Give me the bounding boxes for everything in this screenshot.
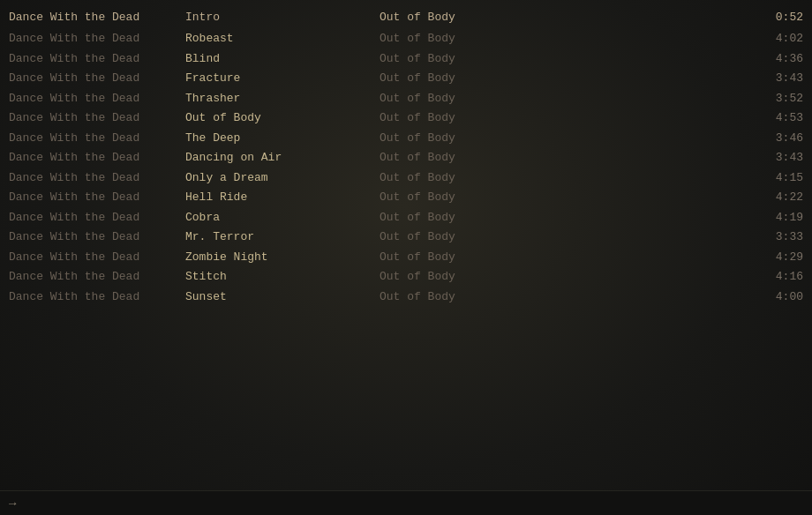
track-album: Out of Body xyxy=(380,189,750,206)
track-album: Out of Body xyxy=(380,228,750,246)
track-row[interactable]: Dance With the DeadHell RideOut of Body4… xyxy=(0,188,812,208)
track-row[interactable]: Dance With the DeadZombie NightOut of Bo… xyxy=(0,247,812,267)
track-title: Only a Dream xyxy=(185,169,380,187)
track-artist: Dance With the Dead xyxy=(9,90,185,108)
track-artist: Dance With the Dead xyxy=(9,268,185,286)
track-title: The Deep xyxy=(185,130,380,147)
track-artist: Dance With the Dead xyxy=(9,30,185,48)
track-album: Out of Body xyxy=(380,268,750,286)
track-row[interactable]: Dance With the DeadRobeastOut of Body4:0… xyxy=(0,29,812,49)
track-duration: 4:16 xyxy=(750,268,803,286)
header-artist: Dance With the Dead xyxy=(9,9,185,26)
track-artist: Dance With the Dead xyxy=(9,228,185,246)
track-artist: Dance With the Dead xyxy=(9,50,185,68)
track-list: Dance With the Dead Intro Out of Body 0:… xyxy=(0,0,812,314)
track-row[interactable]: Dance With the DeadStitchOut of Body4:16 xyxy=(0,267,812,287)
track-row[interactable]: Dance With the DeadBlindOut of Body4:36 xyxy=(0,49,812,69)
track-title: Blind xyxy=(185,50,380,68)
track-album: Out of Body xyxy=(380,70,750,87)
track-album: Out of Body xyxy=(380,288,750,306)
header-album: Out of Body xyxy=(380,9,750,26)
track-album: Out of Body xyxy=(380,90,750,108)
track-artist: Dance With the Dead xyxy=(9,109,185,127)
track-title: Stitch xyxy=(185,268,380,286)
track-artist: Dance With the Dead xyxy=(9,288,185,306)
track-duration: 3:43 xyxy=(750,149,803,167)
track-album: Out of Body xyxy=(380,169,750,187)
track-title: Zombie Night xyxy=(185,249,380,266)
track-title: Robeast xyxy=(185,30,380,48)
track-duration: 4:36 xyxy=(750,50,803,68)
header-duration: 0:52 xyxy=(750,9,803,26)
track-artist: Dance With the Dead xyxy=(9,189,185,206)
track-album: Out of Body xyxy=(380,50,750,68)
track-duration: 3:52 xyxy=(750,90,803,108)
track-duration: 4:00 xyxy=(750,288,803,306)
track-duration: 4:53 xyxy=(750,109,803,127)
track-row[interactable]: Dance With the DeadThrasherOut of Body3:… xyxy=(0,88,812,108)
track-album: Out of Body xyxy=(380,130,750,147)
track-title: Thrasher xyxy=(185,90,380,108)
track-artist: Dance With the Dead xyxy=(9,130,185,147)
track-row[interactable]: Dance With the DeadOnly a DreamOut of Bo… xyxy=(0,168,812,188)
track-album: Out of Body xyxy=(380,209,750,227)
track-row[interactable]: Dance With the DeadCobraOut of Body4:19 xyxy=(0,207,812,228)
track-title: Out of Body xyxy=(185,109,380,127)
track-row[interactable]: Dance With the DeadDancing on AirOut of … xyxy=(0,148,812,168)
track-title: Cobra xyxy=(185,209,380,227)
track-duration: 4:29 xyxy=(750,249,803,266)
track-list-header: Dance With the Dead Intro Out of Body 0:… xyxy=(0,7,812,27)
track-title: Fracture xyxy=(185,70,380,87)
track-artist: Dance With the Dead xyxy=(9,249,185,266)
header-title: Intro xyxy=(185,9,380,26)
track-duration: 4:22 xyxy=(750,189,803,206)
track-title: Hell Ride xyxy=(185,189,380,206)
track-title: Dancing on Air xyxy=(185,149,380,167)
track-title: Sunset xyxy=(185,288,380,306)
track-album: Out of Body xyxy=(380,30,750,48)
track-row[interactable]: Dance With the DeadMr. TerrorOut of Body… xyxy=(0,228,812,248)
track-row[interactable]: Dance With the DeadThe DeepOut of Body3:… xyxy=(0,128,812,148)
track-duration: 3:43 xyxy=(750,70,803,87)
track-album: Out of Body xyxy=(380,149,750,167)
track-duration: 4:02 xyxy=(750,30,803,48)
track-artist: Dance With the Dead xyxy=(9,70,185,87)
track-duration: 4:19 xyxy=(750,209,803,227)
track-album: Out of Body xyxy=(380,109,750,127)
track-album: Out of Body xyxy=(380,249,750,266)
track-artist: Dance With the Dead xyxy=(9,169,185,187)
track-row[interactable]: Dance With the DeadOut of BodyOut of Bod… xyxy=(0,108,812,129)
track-artist: Dance With the Dead xyxy=(9,209,185,227)
arrow-icon: → xyxy=(9,496,16,511)
track-duration: 3:46 xyxy=(750,130,803,147)
track-row[interactable]: Dance With the DeadFractureOut of Body3:… xyxy=(0,69,812,89)
bottom-bar: → xyxy=(0,490,812,515)
track-duration: 4:15 xyxy=(750,169,803,187)
track-title: Mr. Terror xyxy=(185,228,380,246)
track-artist: Dance With the Dead xyxy=(9,149,185,167)
track-row[interactable]: Dance With the DeadSunsetOut of Body4:00 xyxy=(0,287,812,307)
track-duration: 3:33 xyxy=(750,228,803,246)
